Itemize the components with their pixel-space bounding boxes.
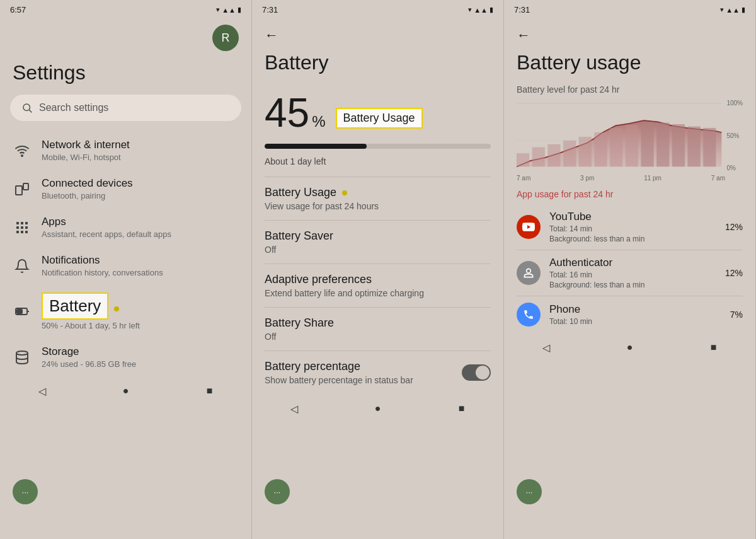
search-placeholder: Search settings [39, 102, 108, 113]
y-label-0: 0% [726, 165, 743, 171]
settings-title: Settings [0, 56, 251, 95]
nav-bar-1: ◁ ● ■ [0, 376, 251, 407]
back-arrow-2[interactable]: ← [252, 17, 503, 49]
wifi-icon-2: ▾ [468, 6, 472, 14]
phone-percent: 7% [730, 310, 743, 320]
time-1: 6:57 [10, 5, 26, 14]
settings-list: Network & internet Mobile, Wi-Fi, hotspo… [0, 131, 251, 376]
battery-usage-section[interactable]: Battery Usage View usage for past 24 hou… [252, 177, 503, 220]
time-2: 7:31 [262, 5, 278, 14]
battery-icon-3: ▮ [742, 6, 745, 14]
settings-item-battery[interactable]: Battery 50% - About 1 day, 5 hr left [0, 285, 251, 338]
svg-rect-22 [547, 144, 560, 166]
signal-icon-3: ▲▲ [726, 6, 740, 14]
fab-2[interactable]: ··· [265, 479, 290, 504]
svg-rect-6 [21, 222, 23, 224]
wifi-icon-3: ▾ [720, 6, 724, 14]
youtube-percent: 12% [725, 222, 743, 232]
battery-share-section[interactable]: Battery Share Off [252, 308, 503, 351]
battery-icon-2: ▮ [490, 6, 493, 14]
battery-usage-badge[interactable]: Battery Usage [336, 108, 423, 129]
back-arrow-3[interactable]: ← [504, 17, 755, 49]
back-nav-2[interactable]: ◁ [287, 402, 301, 415]
battery-dot [114, 306, 119, 311]
authenticator-percent: 12% [725, 268, 743, 278]
fab-3[interactable]: ··· [517, 479, 542, 504]
settings-item-apps[interactable]: Apps Assistant, recent apps, default app… [0, 208, 251, 246]
storage-title: Storage [42, 345, 239, 358]
battery-item-text: Battery 50% - About 1 day, 5 hr left [42, 293, 239, 330]
battery-chart-svg [517, 100, 743, 182]
app-item-youtube[interactable]: YouTube Total: 14 min Background: less t… [504, 204, 755, 250]
phone-info: Phone Total: 10 min [549, 303, 721, 326]
svg-rect-13 [25, 231, 28, 233]
recents-nav-1[interactable]: ■ [203, 384, 217, 398]
adaptive-title: Adaptive preferences [265, 273, 491, 286]
notifications-icon [13, 257, 32, 275]
battery-time-left: About 1 day left [252, 154, 503, 177]
nav-bar-3: ◁ ● ■ [504, 333, 755, 363]
svg-point-33 [527, 269, 531, 273]
svg-rect-28 [641, 122, 653, 166]
battery-subtitle: 50% - About 1 day, 5 hr left [42, 321, 239, 330]
status-bar-3: 7:31 ▾ ▲▲ ▮ [504, 0, 755, 17]
home-nav-2[interactable]: ● [371, 402, 385, 415]
fab-1[interactable]: ··· [13, 479, 38, 504]
authenticator-info: Authenticator Total: 16 min Background: … [549, 257, 716, 289]
battery-percentage-section[interactable]: Battery percentage Show battery percenta… [252, 351, 503, 394]
svg-rect-20 [517, 153, 529, 166]
youtube-detail2: Background: less than a min [549, 235, 716, 243]
svg-rect-5 [16, 222, 19, 224]
back-nav-3[interactable]: ◁ [539, 340, 553, 354]
settings-item-storage[interactable]: Storage 24% used - 96.85 GB free [0, 338, 251, 376]
svg-rect-32 [703, 128, 716, 166]
battery-share-title: Battery Share [265, 316, 491, 330]
battery-share-subtitle: Off [265, 332, 491, 342]
svg-rect-26 [610, 128, 622, 166]
battery-percentage-subtitle: Show battery percentage in status bar [265, 375, 413, 385]
authenticator-detail2: Background: less than a min [549, 281, 716, 289]
battery-percentage-title: Battery percentage [265, 360, 413, 373]
battery-usage-panel: 7:31 ▾ ▲▲ ▮ ← Battery usage Battery leve… [504, 0, 756, 539]
battery-percentage-toggle[interactable] [462, 364, 491, 381]
phone-name: Phone [549, 303, 721, 316]
chart-label: Battery level for past 24 hr [504, 82, 755, 100]
avatar[interactable]: R [212, 25, 239, 51]
home-nav-1[interactable]: ● [119, 384, 133, 398]
recents-nav-2[interactable]: ■ [455, 402, 469, 415]
app-item-authenticator[interactable]: Authenticator Total: 16 min Background: … [504, 250, 755, 296]
settings-item-notifications[interactable]: Notifications Notification history, conv… [0, 246, 251, 285]
search-bar[interactable]: Search settings [10, 95, 241, 121]
battery-percent-number: 45 [265, 90, 309, 136]
x-label-7am: 7 am [517, 175, 530, 182]
svg-rect-12 [21, 231, 23, 233]
network-title: Network & internet [42, 139, 239, 151]
battery-usage-page-title: Battery usage [504, 49, 755, 82]
recents-nav-3[interactable]: ■ [707, 340, 721, 354]
adaptive-subtitle: Extend battery life and optimize chargin… [265, 288, 491, 298]
adaptive-section[interactable]: Adaptive preferences Extend battery life… [252, 264, 503, 307]
x-label-11pm: 11 pm [644, 175, 662, 182]
authenticator-detail1: Total: 16 min [549, 270, 716, 279]
y-label-50: 50% [726, 132, 743, 139]
nav-bar-2: ◁ ● ■ [252, 394, 503, 424]
settings-item-network[interactable]: Network & internet Mobile, Wi-Fi, hotspo… [0, 131, 251, 170]
svg-rect-30 [672, 124, 685, 166]
signal-icon-2: ▲▲ [474, 6, 488, 14]
connected-subtitle: Bluetooth, pairing [42, 191, 239, 200]
svg-rect-4 [23, 183, 28, 190]
apps-title: Apps [42, 216, 239, 228]
battery-saver-section[interactable]: Battery Saver Off [252, 221, 503, 264]
network-item-text: Network & internet Mobile, Wi-Fi, hotspo… [42, 139, 239, 162]
svg-rect-7 [25, 222, 28, 224]
home-nav-3[interactable]: ● [623, 340, 637, 354]
back-nav-1[interactable]: ◁ [35, 384, 49, 398]
settings-item-connected[interactable]: Connected devices Bluetooth, pairing [0, 170, 251, 208]
battery-settings-icon [13, 302, 32, 321]
phone-icon [517, 303, 541, 327]
svg-rect-10 [25, 226, 28, 229]
app-item-phone[interactable]: Phone Total: 10 min 7% [504, 296, 755, 333]
svg-point-2 [21, 155, 23, 156]
authenticator-icon [517, 261, 541, 285]
phone-detail1: Total: 10 min [549, 317, 721, 326]
